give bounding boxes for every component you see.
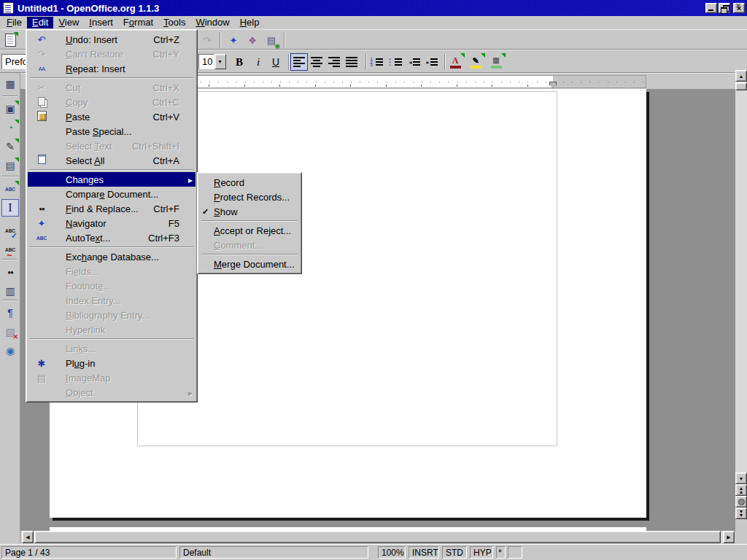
highlighting-button[interactable]: ✎ <box>467 53 484 71</box>
insert-autotext-button[interactable]: ABC <box>1 180 19 198</box>
redo-icon: ↷ <box>204 35 212 46</box>
menu-item-changes[interactable]: Changes <box>28 172 196 187</box>
separator <box>220 32 221 48</box>
menu-item-footnote: Footnote... <box>28 279 196 293</box>
web-page-icon: ▤ <box>267 35 276 46</box>
menu-item-find-replace[interactable]: ●● Find & Replace... Ctrl+F <box>28 201 196 216</box>
previous-page-button[interactable] <box>735 484 747 496</box>
menu-item-undo-insert[interactable]: ↶ Undo: Insert Ctrl+Z <box>28 32 196 47</box>
menu-item-plug-in[interactable]: ✱ Plug-in <box>28 356 196 370</box>
menu-item-compare-document[interactable]: Compare Document... <box>28 187 196 201</box>
status-insert-mode[interactable]: INSRT <box>409 546 439 559</box>
font-color-button[interactable]: A <box>446 53 464 71</box>
horizontal-scroll-thumb[interactable] <box>34 531 721 543</box>
nonprinting-characters-button[interactable]: ¶ <box>1 304 19 322</box>
spellcheck-button[interactable]: ABC <box>1 222 19 239</box>
menubar-item-help[interactable]: Help <box>235 17 265 28</box>
menu-item-links: Links... <box>28 341 196 356</box>
menubar-item-format[interactable]: Format <box>118 17 158 28</box>
vertical-scrollbar[interactable] <box>735 70 747 519</box>
menubar-item-edit[interactable]: Edit <box>27 17 53 28</box>
menu-item-autotext[interactable]: ABC AutoText... Ctrl+F3 <box>28 230 196 245</box>
menubar-item-view[interactable]: View <box>53 17 84 28</box>
restore-button[interactable] <box>719 3 730 13</box>
status-zoom[interactable]: 100% <box>378 546 406 559</box>
decrease-indent-button[interactable]: ◂ <box>406 53 423 71</box>
numbered-list-button[interactable]: 123 <box>368 53 385 71</box>
underline-button[interactable]: U <box>267 53 285 71</box>
menu-item-exchange-database[interactable]: Exchange Database... <box>28 249 196 264</box>
checkmark-icon <box>202 207 214 217</box>
menu-item-imagemap: ▤ ImageMap <box>28 370 196 385</box>
status-page[interactable]: Page 1 / 43 <box>1 546 177 559</box>
new-document-icon <box>5 34 16 47</box>
submenu-item-record[interactable]: Record <box>199 175 300 190</box>
scroll-right-button[interactable] <box>723 531 735 543</box>
insert-picture-button[interactable] <box>289 31 306 49</box>
insert-form-button[interactable]: ▤ <box>1 157 19 174</box>
menubar-item-insert[interactable]: Insert <box>84 17 118 28</box>
insert-graphics-button[interactable]: ◔ <box>1 119 19 136</box>
title-bar[interactable]: Untitled1 - OpenOffice.org 1.1.3 × <box>0 0 747 16</box>
bullet-list-button[interactable]: ••• <box>387 53 404 71</box>
menubar-item-file[interactable]: File <box>1 17 27 28</box>
italic-button[interactable]: i <box>249 53 267 71</box>
submenu-item-show[interactable]: Show <box>199 204 300 219</box>
bold-button[interactable]: B <box>231 53 248 71</box>
minimize-button[interactable] <box>705 3 717 13</box>
menu-item-repeat-insert[interactable]: AA Repeat: Insert <box>28 61 196 76</box>
menu-item-select-all[interactable]: Select All Ctrl+A <box>28 153 196 168</box>
menu-item-bibliography-entry: Bibliography Entry... <box>28 308 196 322</box>
align-right-button[interactable] <box>325 53 343 71</box>
direct-cursor-button[interactable]: I <box>1 199 19 217</box>
online-layout-button[interactable]: ◉ <box>1 342 19 359</box>
separator <box>201 220 298 222</box>
highlighting-icon: ✎ <box>471 56 481 69</box>
justify-button[interactable] <box>343 53 360 71</box>
increase-indent-button[interactable]: ▸ <box>423 53 441 71</box>
submenu-item-accept-or-reject[interactable]: Accept or Reject... <box>199 223 300 238</box>
status-page-style[interactable]: Default <box>179 546 368 559</box>
menu-item-paste[interactable]: Paste Ctrl+V <box>28 109 196 124</box>
status-selection-mode[interactable]: STD <box>442 546 467 559</box>
align-left-button[interactable] <box>290 53 308 71</box>
new-document-button[interactable] <box>1 31 19 49</box>
font-size-combo[interactable]: 10 <box>198 54 214 69</box>
scroll-up-button[interactable] <box>735 70 747 82</box>
insert-table-button[interactable]: ▦ <box>1 75 19 93</box>
right-indent-marker[interactable] <box>549 82 557 88</box>
insert-frame-button[interactable]: ▣ <box>1 100 19 117</box>
web-page-button[interactable]: ▤ <box>263 31 280 49</box>
gallery-button[interactable]: ❖ <box>244 31 261 49</box>
menu-item-navigator[interactable]: ✦ Navigator F5 <box>28 216 196 230</box>
find-button[interactable]: ●● <box>1 263 19 281</box>
vertical-scroll-thumb[interactable] <box>735 82 747 90</box>
separator <box>2 96 18 97</box>
insert-object-button[interactable]: ✎ <box>1 138 19 155</box>
navigation-button[interactable] <box>735 496 747 508</box>
image-x-icon: ▧ <box>5 326 15 338</box>
data-sources-button[interactable]: ▥ <box>1 282 19 300</box>
submenu-item-merge-document[interactable]: Merge Document... <box>199 257 300 271</box>
gallery-icon: ❖ <box>248 35 257 46</box>
horizontal-scrollbar[interactable] <box>22 531 735 543</box>
status-hyperlink-mode[interactable]: HYP <box>470 546 493 559</box>
menu-item-paste-special[interactable]: Paste Special... <box>28 124 196 139</box>
separator <box>30 246 193 248</box>
scroll-down-button[interactable] <box>735 472 747 484</box>
font-size-dropdown-icon[interactable] <box>214 54 226 69</box>
submenu-item-protect-records[interactable]: Protect Records... <box>199 190 300 204</box>
align-center-button[interactable] <box>308 53 325 71</box>
menu-bar: File Edit View Insert Format Tools Windo… <box>0 16 747 29</box>
window-title: Untitled1 - OpenOffice.org 1.1.3 <box>18 3 705 14</box>
menubar-item-window[interactable]: Window <box>190 17 234 28</box>
background-color-button[interactable]: ▥ <box>487 53 505 71</box>
graphics-on-off-button[interactable]: ▧ <box>1 323 19 341</box>
auto-spellcheck-button[interactable]: ABC <box>1 241 19 258</box>
menubar-item-tools[interactable]: Tools <box>158 17 190 28</box>
document-close-icon[interactable]: × <box>733 1 743 11</box>
next-page-button[interactable] <box>735 508 747 519</box>
navigator-button[interactable]: ✦ <box>225 31 242 49</box>
scroll-left-button[interactable] <box>22 531 34 543</box>
data-table-icon: ▥ <box>5 285 15 297</box>
